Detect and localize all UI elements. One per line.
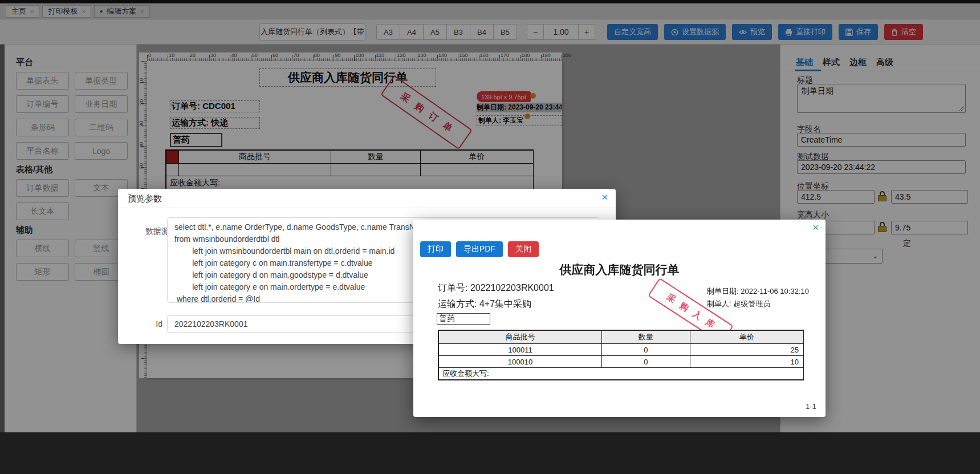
preview-transport: 运输方式: 4+7集中采购: [438, 298, 531, 310]
close-icon[interactable]: ×: [812, 222, 819, 233]
close-button[interactable]: 关闭: [508, 241, 539, 257]
preview-table-cell: 0: [602, 344, 690, 356]
preview-table-row: 100010010: [439, 356, 804, 368]
preview-table-header: 商品批号: [439, 331, 602, 344]
preview-order-no: 订单号: 2022102203RK0001: [438, 282, 554, 294]
preview-table-cell: 10: [690, 356, 804, 368]
datasource-label: 数据源: [145, 226, 169, 237]
id-label: Id: [145, 319, 162, 329]
print-preview-modal: × 打印 导出PDF 关闭 供应商入库随货同行单 订单号: 2022102203…: [413, 220, 826, 417]
preview-table-header-row: 商品批号数量单价: [439, 331, 804, 344]
print-button[interactable]: 打印: [420, 241, 451, 257]
screen: 主页×打印模板×●编辑方案× 入库随货同行单（列表式）【带 A3A4A5B3B4…: [0, 0, 980, 474]
preview-table-cell: 0: [602, 356, 690, 368]
preview-table: 商品批号数量单价100011025100010010应收金额大写:: [438, 330, 804, 380]
preview-table-cell: 100011: [439, 344, 602, 356]
preview-table-footer-row: 应收金额大写:: [439, 368, 804, 380]
preview-doc-title: 供应商入库随货同行单: [413, 262, 826, 278]
export-pdf-button[interactable]: 导出PDF: [456, 241, 503, 257]
preview-drug-type: 普药: [437, 313, 490, 325]
preview-actions: 打印 导出PDF 关闭: [420, 241, 539, 257]
preview-table-cell: 25: [690, 344, 804, 356]
preview-make-date: 制单日期: 2022-11-06 10:32:10: [707, 286, 809, 297]
modal-header: 预览参数 ×: [118, 189, 616, 208]
page-indicator: 1-1: [806, 402, 816, 411]
modal-title: 预览参数: [128, 193, 162, 204]
preview-table-cell: 100010: [439, 356, 602, 368]
preview-maker: 制单人: 超级管理员: [707, 299, 770, 309]
modal-header-divider: [413, 237, 826, 237]
close-icon[interactable]: ×: [601, 192, 608, 202]
preview-table-header: 数量: [602, 331, 690, 344]
preview-table-header: 单价: [690, 331, 804, 344]
preview-table-row: 100011025: [439, 344, 804, 356]
preview-table-footer: 应收金额大写:: [439, 368, 804, 380]
